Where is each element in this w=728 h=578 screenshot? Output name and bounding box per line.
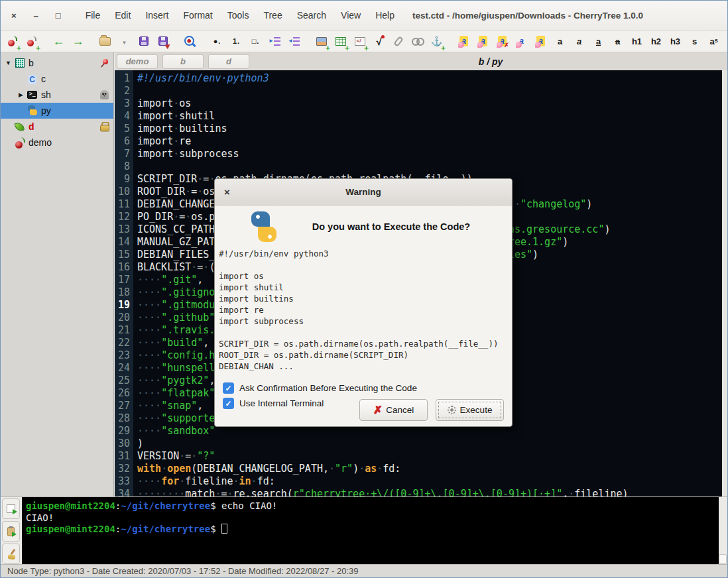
todo-list-button[interactable]: □. (247, 32, 265, 50)
terminal-cursor (221, 524, 227, 534)
expander-icon[interactable]: ▶ (16, 91, 26, 98)
insert-link-button[interactable] (408, 32, 426, 50)
tree-node-c[interactable]: c (1, 71, 113, 87)
lock-icon (100, 122, 109, 132)
menu-edit[interactable]: Edit (107, 7, 138, 23)
background-color-button-glyph: a (479, 36, 487, 46)
close-button[interactable]: × (11, 11, 17, 21)
tree-node-d[interactable]: d (1, 119, 113, 135)
editor-scrollbar[interactable] (722, 70, 727, 496)
dialog-title: Warning (215, 187, 512, 197)
menu-search[interactable]: Search (290, 7, 334, 23)
bulleted-list-button[interactable]: ●. (208, 32, 226, 50)
code-preview-line: import re (219, 304, 512, 316)
small-button[interactable]: s (686, 32, 703, 50)
statusbar: Node Type: python3 - Date Created: 2020/… (1, 564, 727, 577)
h1-button[interactable]: h1 (628, 32, 646, 50)
highlight-button[interactable]: a (532, 32, 550, 50)
dialog-close-icon[interactable]: × (224, 186, 230, 198)
image-icon (316, 37, 327, 46)
checkbox-row-0[interactable]: ✓Ask Confirmation Before Executing the C… (223, 382, 512, 394)
open-file-button[interactable] (96, 32, 114, 50)
line-number: 13 (115, 223, 130, 236)
attach-file-button[interactable] (389, 32, 407, 50)
text-color-button[interactable]: a (513, 32, 530, 50)
remove-formatting-button[interactable]: a (493, 32, 511, 50)
italic-button[interactable]: a (570, 32, 588, 50)
numbered-list-button[interactable]: 1. (227, 32, 245, 50)
save-as-button[interactable] (154, 32, 172, 50)
h2-button[interactable]: h2 (647, 32, 665, 50)
menu-view[interactable]: View (334, 7, 368, 23)
tree-node-py[interactable]: py (1, 103, 113, 119)
code-preview-line: ROOT_DIR = os.path.dirname(SCRIPT_DIR) (219, 349, 512, 361)
menu-help[interactable]: Help (368, 7, 402, 23)
terminal-run-button[interactable] (2, 498, 20, 519)
code-line: import·subprocess (137, 148, 722, 160)
insert-image-button[interactable] (312, 32, 330, 50)
subscript-button[interactable]: aₛ (724, 32, 728, 50)
go-back-button[interactable] (50, 32, 68, 50)
terminal-scrollbar[interactable] (719, 497, 727, 565)
expander-icon[interactable]: ▼ (3, 60, 13, 66)
open-recent-caret[interactable] (115, 32, 133, 50)
h3-button[interactable]: h3 (666, 32, 684, 50)
line-number: 8 (115, 160, 130, 173)
tree-node-sh[interactable]: ▶sh (1, 87, 113, 103)
insert-codebox-button[interactable] (351, 32, 369, 50)
checkbox-icon[interactable]: ✓ (223, 398, 234, 409)
strikethrough-button[interactable]: a (609, 32, 627, 50)
line-number: 14 (115, 236, 130, 249)
line-number: 31 (115, 450, 130, 463)
background-color-button[interactable]: a (474, 32, 492, 50)
line-number: 29 (115, 425, 130, 437)
underline-button[interactable]: a (589, 32, 607, 50)
new-subnode-button[interactable] (23, 32, 40, 50)
menu-tools[interactable]: Tools (220, 7, 257, 23)
find-node-button[interactable] (181, 32, 199, 50)
execute-button[interactable]: Execute (436, 399, 504, 421)
menu-file[interactable]: File (78, 7, 108, 23)
menu-tree[interactable]: Tree (256, 7, 289, 23)
tree-node-demo[interactable]: demo (1, 135, 113, 150)
term-broom-icon (7, 549, 15, 559)
menu-format[interactable]: Format (176, 7, 219, 23)
tab-demo[interactable]: demo (117, 54, 158, 69)
maximize-button[interactable]: □ (56, 11, 61, 21)
node-leaf-glyph (15, 121, 25, 131)
tree-node-label: sh (41, 89, 51, 100)
new-node-button[interactable] (3, 32, 21, 50)
menu-insert[interactable]: Insert (138, 7, 176, 23)
strikethrough-button-glyph: a (615, 36, 620, 46)
indent-less-button[interactable] (285, 32, 303, 50)
terminal-clear-button[interactable] (2, 544, 20, 564)
caret-down-icon (122, 36, 127, 46)
tab-b[interactable]: b (162, 54, 204, 69)
code-line: VERSION·=·"?" (137, 450, 722, 463)
term-run-icon (7, 504, 15, 513)
terminal-line: CIAO! (26, 512, 719, 524)
code-line (137, 160, 722, 173)
titlebar: ×–□ FileEditInsertFormatToolsTreeSearchV… (1, 1, 727, 30)
terminal-paste-button[interactable] (2, 521, 20, 542)
foreground-color-button[interactable]: a (455, 32, 473, 50)
checkbox-icon[interactable]: ✓ (223, 382, 234, 394)
code-preview-line: DEBIAN_CHAN ... (219, 361, 512, 372)
tab-d[interactable]: d (208, 54, 249, 69)
insert-anchor-button[interactable] (428, 32, 446, 50)
insert-latex-button[interactable] (370, 32, 388, 50)
menubar-items: FileEditInsertFormatToolsTreeSearchViewH… (78, 7, 402, 23)
go-forward-button[interactable] (69, 32, 87, 50)
indent-more-button[interactable] (266, 32, 284, 50)
bold-button[interactable]: a (551, 32, 569, 50)
insert-table-button[interactable] (332, 32, 349, 50)
save-button[interactable] (135, 32, 152, 50)
tree-node-b[interactable]: ▼b (1, 55, 113, 71)
terminal-screen[interactable]: giuspen@mint2204:~/git/cherrytree$ echo … (22, 497, 719, 565)
code-preview-line: import subprocess (219, 316, 512, 327)
minimize-button[interactable]: – (34, 11, 38, 21)
python-logo-icon (248, 211, 280, 243)
cancel-button[interactable]: Cancel (359, 399, 428, 421)
superscript-button[interactable]: aˢ (705, 32, 723, 50)
node-c-icon (26, 74, 38, 84)
